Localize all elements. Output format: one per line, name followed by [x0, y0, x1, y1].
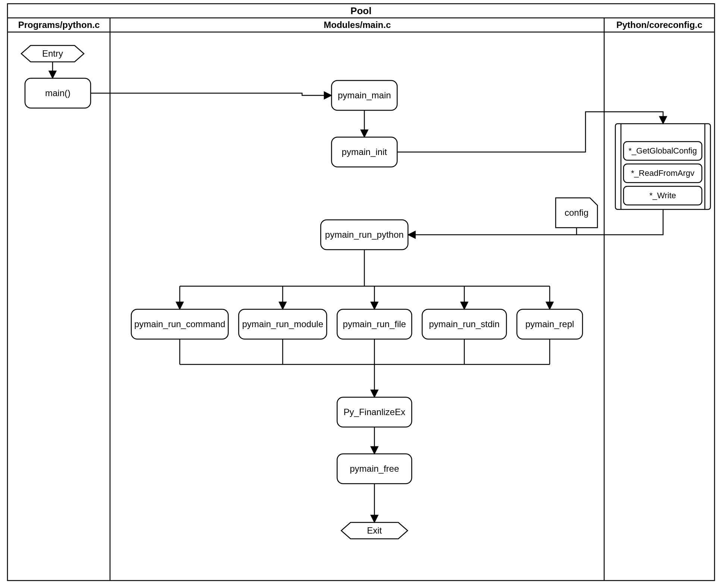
node-finalize: Py_FinanlizeEx: [343, 407, 405, 417]
node-exit: Exit: [367, 525, 382, 536]
node-main: main(): [45, 88, 70, 98]
node-run-file: pymain_run_file: [343, 319, 406, 329]
node-pymain-free: pymain_free: [350, 464, 399, 474]
node-pymain-run-python: pymain_run_python: [325, 230, 404, 240]
node-write: *_Write: [649, 191, 676, 200]
node-entry: Entry: [42, 48, 63, 59]
lane-header-right: Python/coreconfig.c: [616, 20, 703, 30]
node-pymain-init: pymain_init: [342, 147, 387, 157]
lane-header-mid: Modules/main.c: [324, 20, 391, 30]
node-readfromargv: *_ReadFromArgv: [631, 168, 694, 178]
node-run-stdin: pymain_run_stdin: [429, 319, 499, 329]
node-getglobalconfig: *_GetGlobalConfig: [628, 146, 697, 156]
node-pymain-main: pymain_main: [338, 90, 391, 101]
pool-title: Pool: [351, 5, 371, 17]
node-run-module: pymain_run_module: [242, 319, 323, 329]
node-config: config: [565, 208, 588, 218]
node-repl: pymain_repl: [525, 319, 574, 329]
diagram-svg: [0, 0, 722, 588]
flowchart: Pool Programs/python.c Modules/main.c Py…: [0, 0, 722, 588]
lane-header-left: Programs/python.c: [18, 20, 100, 30]
node-run-command: pymain_run_command: [134, 319, 225, 329]
